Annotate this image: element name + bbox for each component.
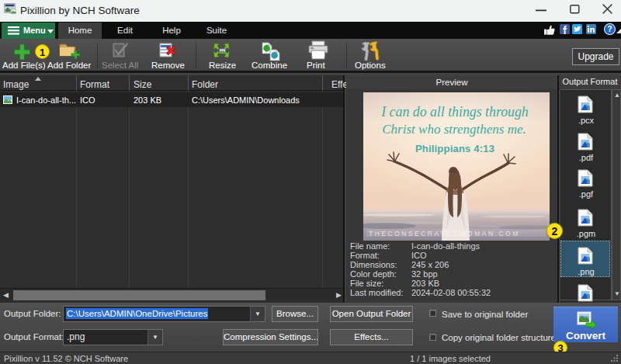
svg-text:?: ?: [607, 24, 612, 33]
svg-text:Philippians 4:13: Philippians 4:13: [415, 143, 494, 154]
svg-text:I can do all things through: I can do all things through: [380, 104, 529, 120]
svg-text:Christ who strengthens me.: Christ who strengthens me.: [382, 122, 526, 137]
svg-text:THECONSECRATEDWOMAN.COM: THECONSECRATEDWOMAN.COM: [369, 230, 520, 237]
